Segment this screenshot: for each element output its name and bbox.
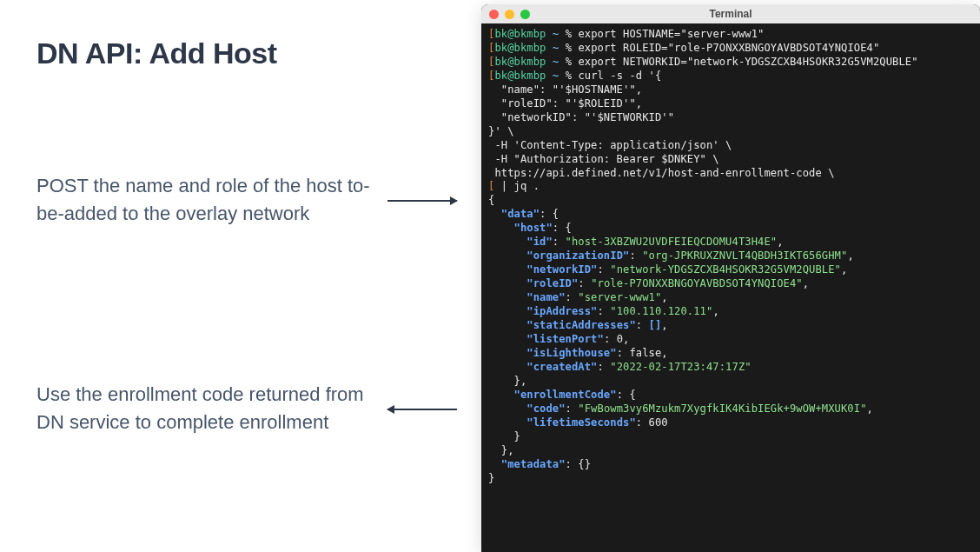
terminal-title: Terminal bbox=[481, 8, 980, 20]
close-icon[interactable] bbox=[489, 10, 499, 19]
terminal-body[interactable]: [bk@bkmbp ~ % export HOSTNAME="server-ww… bbox=[481, 23, 980, 489]
caption-enrollment: Use the enrollment code returned from DN… bbox=[36, 381, 375, 436]
arrow-right-icon bbox=[387, 200, 457, 202]
terminal-window: Terminal [bk@bkmbp ~ % export HOSTNAME="… bbox=[481, 4, 980, 552]
caption-post: POST the name and role of the host to-be… bbox=[36, 172, 375, 228]
maximize-icon[interactable] bbox=[520, 10, 530, 19]
slide-heading: DN API: Add Host bbox=[36, 37, 277, 70]
terminal-titlebar: Terminal bbox=[481, 4, 980, 23]
window-controls[interactable] bbox=[489, 10, 530, 19]
minimize-icon[interactable] bbox=[505, 10, 514, 19]
arrow-left-icon bbox=[387, 409, 457, 410]
